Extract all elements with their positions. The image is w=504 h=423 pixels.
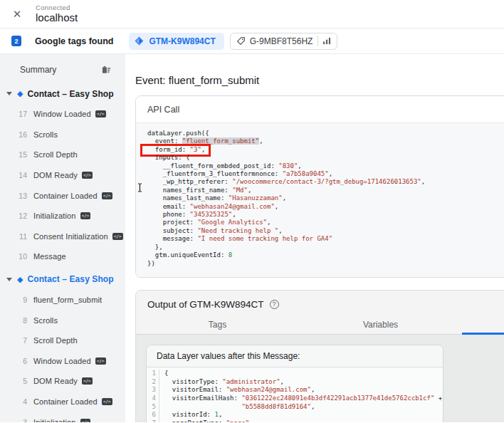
sidebar-item-consent-initialization-11[interactable]: 11 Consent Initialization </> — [0, 226, 125, 247]
tab-variables[interactable]: Variables — [299, 316, 462, 334]
item-number: 16 — [14, 130, 27, 139]
item-label: Scroll Depth — [33, 150, 78, 159]
event-title: Event: fluent_form_submit — [135, 74, 504, 86]
gtm-container-chip[interactable]: GTM-K9W894CT — [129, 33, 224, 50]
active-tab-indicator — [462, 333, 504, 335]
item-number: 12 — [14, 212, 27, 220]
connection-status-block: Connected localhost — [36, 4, 78, 24]
item-label: Initialization — [33, 418, 76, 422]
item-label: Window Loaded — [33, 110, 91, 118]
output-title: Output of GTM-K9W894CT — [147, 299, 264, 310]
output-body: Data Layer values after this Message: 1{… — [136, 335, 504, 422]
sidebar-item-scroll-depth-15[interactable]: 15 Scroll Depth — [0, 145, 125, 165]
api-call-code-block: dataLayer.push({ event: "fluent_form_sub… — [136, 123, 504, 277]
output-tabs: Tags Variables — [136, 316, 504, 335]
sidebar-item-container-loaded-13[interactable]: 13 Container Loaded </> — [0, 185, 125, 206]
sidebar-item-window-loaded-6[interactable]: 6 Window Loaded </> — [0, 351, 125, 372]
group-label: Contact – Easy Shop — [27, 89, 113, 99]
group-label: Contact – Easy Shop — [27, 274, 113, 284]
sidebar-item-initialization-3[interactable]: 3 Initialization </> — [0, 412, 125, 422]
connection-topbar: ✕ Connected localhost — [0, 0, 504, 28]
item-number: 10 — [14, 252, 27, 261]
tag-count-badge: 2 — [11, 36, 21, 46]
data-layer-card: Data Layer values after this Message: 1{… — [146, 345, 443, 422]
summary-label: Summary — [20, 65, 56, 75]
api-call-badge-icon: </> — [102, 398, 112, 405]
sidebar-item-dom-ready-14[interactable]: 14 DOM Ready </> — [0, 165, 125, 186]
help-icon[interactable]: ? — [270, 300, 279, 309]
sidebar-group-contact-easy-shop-2[interactable]: ◆ Contact – Easy Shop — [0, 269, 125, 290]
sidebar-group-contact-easy-shop-1[interactable]: ◆ Contact – Easy Shop — [0, 83, 125, 104]
sidebar-item-dom-ready-5[interactable]: 5 DOM Ready </> — [0, 371, 125, 392]
item-label: DOM Ready — [33, 377, 78, 385]
output-card-header: Output of GTM-K9W894CT ? — [136, 291, 504, 316]
api-call-badge-icon: </> — [80, 212, 91, 219]
item-number: 14 — [14, 171, 27, 179]
item-label: Container Loaded — [33, 192, 98, 200]
messages-sidebar: Summary ◆ Contact – Easy Shop 17 Window … — [0, 54, 125, 422]
item-number: 6 — [14, 357, 27, 365]
gtm-diamond-icon — [135, 36, 144, 46]
text-cursor-icon — [137, 183, 142, 192]
data-layer-code-block: 1{2 visitorType: "administrator",3 visit… — [147, 367, 443, 422]
tab-tags[interactable]: Tags — [136, 316, 299, 334]
item-number: 15 — [14, 150, 27, 159]
api-call-badge-icon: </> — [80, 419, 91, 422]
sidebar-item-window-loaded-17[interactable]: 17 Window Loaded </> — [0, 104, 125, 125]
api-call-badge-icon: </> — [95, 110, 106, 118]
ga-tag-id: G-9MBF8T56HZ — [250, 36, 313, 46]
api-call-badge-icon: </> — [82, 172, 93, 179]
close-icon[interactable]: ✕ — [4, 8, 30, 21]
api-call-badge-icon: </> — [112, 233, 123, 240]
api-call-card: API Call dataLayer.push({ event: "fluent… — [135, 95, 504, 278]
sidebar-item-summary[interactable]: Summary — [0, 58, 125, 81]
signal-bars-icon — [323, 37, 331, 45]
sidebar-item-initialization-12[interactable]: 12 Initialization </> — [0, 206, 125, 226]
item-label: Message — [33, 252, 66, 261]
item-label: Consent Initialization — [33, 232, 108, 241]
item-number: 3 — [14, 418, 27, 422]
item-number: 13 — [14, 192, 27, 200]
filter-list-icon[interactable] — [102, 66, 111, 75]
tags-found-label: Google tags found — [35, 36, 113, 46]
item-label: Scrolls — [33, 316, 58, 325]
item-number: 7 — [14, 336, 27, 345]
gtm-container-id: GTM-K9W894CT — [149, 36, 215, 46]
chevron-down-icon[interactable] — [6, 278, 12, 281]
output-card: Output of GTM-K9W894CT ? Tags Variables … — [135, 290, 504, 422]
sidebar-item-scroll-depth-7[interactable]: 7 Scroll Depth — [0, 330, 125, 351]
sidebar-item-container-loaded-4[interactable]: 4 Container Loaded </> — [0, 392, 125, 412]
item-number: 9 — [14, 296, 27, 304]
ga-tag-chip[interactable]: G-9MBF8T56HZ — [230, 33, 338, 50]
connection-status-label: Connected — [36, 4, 78, 11]
item-number: 11 — [14, 232, 27, 241]
item-label: Window Loaded — [33, 357, 91, 365]
api-call-badge-icon: </> — [82, 377, 93, 385]
connected-host: localhost — [36, 12, 78, 24]
google-tags-bar: 2 Google tags found GTM-K9W894CT G-9MBF8… — [0, 28, 504, 54]
gtm-diamond-icon: ◆ — [17, 89, 23, 98]
tag-icon — [236, 36, 246, 46]
item-label: fluent_form_submit — [33, 296, 102, 304]
chip-divider — [317, 36, 318, 46]
item-number: 8 — [14, 316, 27, 325]
sidebar-item-scrolls-8[interactable]: 8 Scrolls — [0, 310, 125, 330]
item-label: Scroll Depth — [33, 336, 78, 345]
message-detail-panel: Event: fluent_form_submit API Call dataL… — [125, 54, 504, 422]
api-call-badge-icon: </> — [95, 357, 106, 365]
item-label: Initialization — [33, 212, 76, 220]
data-layer-card-title: Data Layer values after this Message: — [147, 345, 443, 367]
item-number: 4 — [14, 397, 27, 406]
item-label: Container Loaded — [33, 397, 98, 406]
item-number: 17 — [14, 110, 27, 118]
item-label: DOM Ready — [33, 171, 78, 179]
gtm-diamond-icon: ◆ — [17, 275, 23, 284]
item-number: 5 — [14, 377, 27, 385]
item-label: Scrolls — [33, 130, 58, 139]
sidebar-item-fluent-form-submit-9[interactable]: 9 fluent_form_submit — [0, 290, 125, 310]
sidebar-item-message-10[interactable]: 10 Message — [0, 246, 125, 267]
api-call-header: API Call — [136, 96, 504, 123]
api-call-badge-icon: </> — [102, 192, 112, 199]
chevron-down-icon[interactable] — [6, 92, 12, 95]
sidebar-item-scrolls-16[interactable]: 16 Scrolls — [0, 125, 125, 145]
